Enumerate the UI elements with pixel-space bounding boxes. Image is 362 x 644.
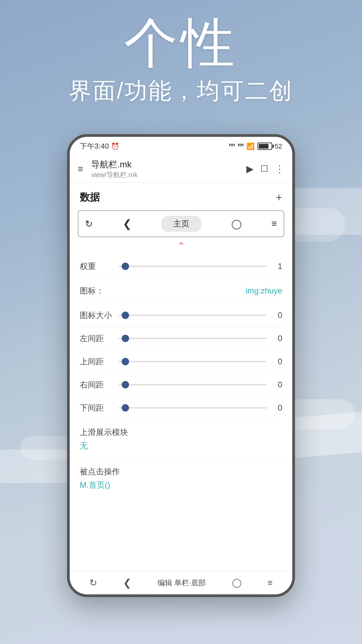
file-path-label: view/导航栏.mk: [91, 170, 241, 179]
prop-slide-module: 上滑展示模块 无: [80, 420, 282, 459]
status-bar: 下午3:40 ⏰ ᵸᵸ ᵸᵸ 📶 52: [70, 137, 292, 156]
margin-bottom-value: 0: [272, 403, 282, 413]
margin-right-value: 0: [272, 380, 282, 389]
bottom-nav-menu-icon[interactable]: ≡: [267, 578, 273, 588]
battery-icon: [257, 143, 272, 150]
icon-value[interactable]: img:zhuye: [246, 286, 282, 296]
nav-back-icon[interactable]: ↺: [85, 218, 93, 229]
alarm-icon: ⏰: [111, 142, 119, 150]
signal-icon-1: ᵸᵸ: [229, 143, 235, 150]
toolbar: ≡ 导航栏.mk view/导航栏.mk ▶ ☐ ⋮: [70, 156, 292, 182]
bottom-nav-left-icon[interactable]: ❮: [123, 577, 131, 589]
margin-right-label: 右间距: [80, 379, 113, 390]
save-icon[interactable]: ☐: [260, 164, 268, 174]
menu-icon[interactable]: ≡: [78, 164, 83, 174]
section-title: 数据: [80, 191, 100, 204]
weight-label: 权重: [80, 261, 113, 272]
icon-size-label: 图标大小: [80, 310, 113, 321]
click-action-label: 被点击操作: [80, 466, 282, 477]
wifi-icon: 📶: [246, 142, 255, 150]
prop-click-action: 被点击操作 M.首页(): [80, 459, 282, 498]
prop-icon-size: 图标大小 0: [80, 304, 282, 327]
page-main-title: 个性: [0, 13, 362, 72]
prop-margin-top: 上间距 0: [80, 350, 282, 373]
collapse-arrow[interactable]: ⌃: [70, 237, 292, 255]
bottom-nav-circle-icon[interactable]: ◯: [232, 578, 242, 588]
toolbar-title-area: 导航栏.mk view/导航栏.mk: [91, 159, 241, 179]
margin-left-value: 0: [272, 334, 282, 343]
margin-left-label: 左间距: [80, 333, 113, 344]
signal-icon-2: ᵸᵸ: [238, 143, 244, 150]
filename-label: 导航栏.mk: [91, 159, 241, 170]
prop-weight: 权重 1: [80, 255, 282, 278]
margin-top-value: 0: [272, 357, 282, 366]
prop-icon: 图标： img:zhuye: [80, 278, 282, 304]
toolbar-actions: ▶ ☐ ⋮: [246, 163, 284, 174]
prop-margin-left: 左间距 0: [80, 327, 282, 350]
margin-top-slider[interactable]: [119, 361, 267, 362]
content-area: 数据 + ↺ ❮ 主页 ◯ ≡ ⌃ 权重: [70, 182, 292, 571]
page-subtitle: 界面/功能，均可二创: [0, 76, 362, 106]
margin-top-label: 上间距: [80, 356, 113, 367]
more-icon[interactable]: ⋮: [275, 163, 284, 174]
play-icon[interactable]: ▶: [246, 163, 254, 174]
click-action-value[interactable]: M.首页(): [80, 480, 110, 489]
icon-size-slider[interactable]: [119, 315, 267, 316]
battery-percent: 52: [275, 143, 282, 150]
phone-mockup: 下午3:40 ⏰ ᵸᵸ ᵸᵸ 📶 52 ≡ 导航栏.mk view/导航栏.mk…: [67, 134, 295, 597]
nav-left-icon[interactable]: ❮: [123, 217, 132, 230]
icon-size-value: 0: [272, 311, 282, 320]
nav-circle-icon[interactable]: ◯: [231, 218, 242, 229]
icon-label: 图标：: [80, 285, 113, 296]
nav-preview: ↺ ❮ 主页 ◯ ≡: [78, 210, 284, 237]
prop-margin-bottom: 下间距 0: [80, 396, 282, 420]
margin-bottom-slider[interactable]: [119, 407, 267, 409]
weight-slider[interactable]: [119, 266, 267, 267]
margin-left-slider[interactable]: [119, 338, 267, 339]
slide-module-label: 上滑展示模块: [80, 427, 282, 438]
bottom-nav-bar: ↺ ❮ 编辑 单栏·底部 ◯ ≡: [70, 571, 292, 594]
margin-right-slider[interactable]: [119, 384, 267, 385]
status-time: 下午3:40: [80, 141, 109, 151]
add-button[interactable]: +: [276, 191, 282, 204]
properties-section: 权重 1 图标： img:zhuye: [70, 255, 292, 498]
bottom-nav-label: 编辑 单栏·底部: [158, 578, 206, 588]
nav-home-button[interactable]: 主页: [161, 216, 201, 232]
margin-bottom-label: 下间距: [80, 402, 113, 413]
prop-margin-right: 右间距 0: [80, 373, 282, 396]
nav-menu-icon[interactable]: ≡: [272, 218, 277, 229]
data-section-header: 数据 +: [70, 182, 292, 210]
bottom-nav-back-icon[interactable]: ↺: [89, 577, 97, 588]
weight-value: 1: [272, 262, 282, 271]
slide-module-value[interactable]: 无: [80, 441, 88, 450]
